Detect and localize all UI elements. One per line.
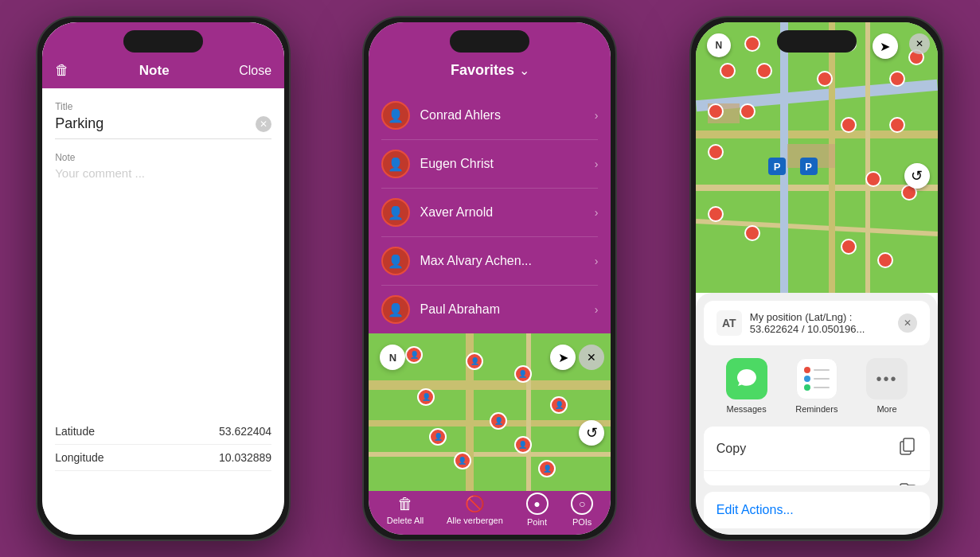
contact-name: Xaver Arnold [420, 205, 493, 220]
more-label: More [877, 404, 896, 414]
close-button[interactable]: Close [239, 64, 271, 78]
north-indicator: N [380, 345, 405, 370]
map-view-3[interactable]: P P 👤 [696, 22, 938, 293]
list-item-left: 👤 Eugen Christ [381, 150, 494, 178]
edit-actions-label: Edit Actions... [716, 503, 794, 516]
more-icon: ••• [866, 358, 908, 399]
poi-marker [756, 63, 772, 79]
chevron-right-icon: › [595, 158, 599, 170]
poi-marker: 👤 [429, 428, 447, 446]
dynamic-island-1 [123, 30, 203, 53]
location-button-3[interactable]: ➤ [873, 33, 898, 59]
folder-icon [900, 482, 917, 485]
close-map-button[interactable]: ✕ [579, 345, 604, 370]
share-apps-row: Messages Reminders [696, 345, 938, 427]
favorites-title: Favorites [451, 62, 514, 79]
poi-marker [708, 206, 724, 222]
point-button[interactable]: ● Point [526, 493, 549, 527]
poi-marker [841, 117, 857, 133]
longitude-value: 10.032889 [219, 451, 271, 464]
copy-action[interactable]: Copy [704, 427, 930, 471]
poi-marker: 👤 [454, 452, 471, 469]
pois-label: POIs [572, 517, 592, 527]
poi-marker [889, 71, 905, 87]
share-actions: Copy Save to Files [704, 427, 930, 485]
poi-marker: 👤 [514, 365, 532, 383]
poi-marker [744, 36, 760, 52]
map-view[interactable]: 👤 👤 👤 👤 👤 👤 [369, 333, 611, 491]
favorites-chevron-icon[interactable]: ⌄ [519, 63, 529, 78]
list-item[interactable]: 👤 Max Alvary Achen... › [381, 237, 598, 286]
phone-3: P P 👤 [689, 16, 944, 541]
messages-app[interactable]: Messages [726, 358, 767, 414]
list-item[interactable]: 👤 Eugen Christ › [381, 140, 598, 189]
poi-marker: 👤 [417, 388, 435, 406]
poi-marker [708, 144, 724, 160]
phone-2: Favorites ⌄ 👤 Conrad Ahlers › 👤 [362, 16, 617, 541]
reminders-app[interactable]: Reminders [795, 358, 837, 414]
more-app[interactable]: ••• More [866, 358, 908, 414]
list-item-left: 👤 Paul Abraham [381, 295, 500, 324]
share-close-button[interactable]: ✕ [898, 314, 917, 333]
close-map-button-3[interactable]: ✕ [909, 33, 930, 54]
poi-marker [740, 103, 755, 119]
poi-marker [720, 63, 736, 79]
list-item[interactable]: 👤 Xaver Arnold › [381, 189, 598, 237]
share-location-row: AT My position (Lat/Lng) : 53.622624 / 1… [704, 301, 930, 345]
list-item[interactable]: 👤 Conrad Ahlers › [381, 92, 598, 140]
pois-icon: ○ [571, 493, 593, 515]
poi-marker: 👤 [466, 353, 483, 370]
list-item-left: 👤 Conrad Ahlers [381, 101, 500, 130]
dynamic-island-3 [777, 30, 857, 53]
poi-marker: 👤 [514, 436, 532, 454]
reminders-icon [796, 358, 837, 399]
refresh-button[interactable]: ↺ [579, 420, 604, 446]
pois-button[interactable]: ○ POIs [571, 493, 593, 527]
favorites-panel: Favorites ⌄ 👤 Conrad Ahlers › 👤 [369, 22, 611, 333]
location-button[interactable]: ➤ [550, 345, 576, 370]
latitude-label: Latitude [55, 425, 95, 438]
hide-all-button[interactable]: 🚫 Alle verbergen [447, 494, 503, 525]
trash-icon: 🗑 [397, 495, 413, 513]
favorites-screen: Favorites ⌄ 👤 Conrad Ahlers › 👤 [369, 22, 611, 535]
refresh-button-3[interactable]: ↺ [904, 163, 930, 189]
phone-1: 🗑 Note Close Title Parking ✕ Note Your c… [36, 16, 291, 541]
map-bg: P P 👤 [696, 22, 938, 293]
dynamic-island-2 [450, 30, 529, 53]
poi-marker [744, 225, 760, 241]
title-value[interactable]: Parking [55, 115, 103, 132]
delete-all-button[interactable]: 🗑 Delete All [387, 495, 424, 525]
copy-icon [900, 438, 917, 459]
longitude-label: Longitude [55, 451, 104, 464]
map-background: 👤 👤 👤 👤 👤 👤 [369, 333, 611, 491]
trash-icon[interactable]: 🗑 [55, 62, 69, 79]
edit-actions-row[interactable]: Edit Actions... [704, 492, 930, 528]
chevron-right-icon: › [595, 303, 599, 316]
point-icon: ● [526, 493, 549, 515]
clear-title-button[interactable]: ✕ [256, 116, 271, 132]
avatar: 👤 [381, 198, 410, 227]
latitude-value: 53.622404 [219, 425, 271, 438]
map-share-screen: P P 👤 [696, 22, 938, 535]
share-sheet: AT My position (Lat/Lng) : 53.622624 / 1… [696, 293, 938, 535]
poi-marker: 👤 [405, 346, 423, 364]
avatar: 👤 [381, 295, 410, 324]
svg-rect-1 [904, 438, 914, 451]
bottom-toolbar: 🗑 Delete All 🚫 Alle verbergen ● Point ○ … [369, 491, 611, 535]
parking-sign: P [768, 158, 786, 175]
poi-marker: 👤 [538, 460, 556, 477]
poi-marker [865, 171, 881, 187]
delete-all-label: Delete All [387, 516, 424, 525]
list-item[interactable]: 👤 Paul Abraham › [381, 286, 598, 333]
latitude-row: Latitude 53.622404 [55, 419, 271, 445]
save-files-action[interactable]: Save to Files [704, 471, 930, 485]
note-placeholder[interactable]: Your comment ... [55, 166, 271, 180]
chevron-right-icon: › [595, 206, 599, 219]
poi-marker [817, 71, 833, 87]
title-row: Parking ✕ [55, 115, 271, 139]
note-label: Note [55, 152, 271, 163]
poi-marker: 👤 [550, 396, 568, 414]
contact-name: Conrad Ahlers [420, 108, 500, 123]
copy-label: Copy [716, 442, 746, 456]
chevron-right-icon: › [595, 109, 599, 122]
